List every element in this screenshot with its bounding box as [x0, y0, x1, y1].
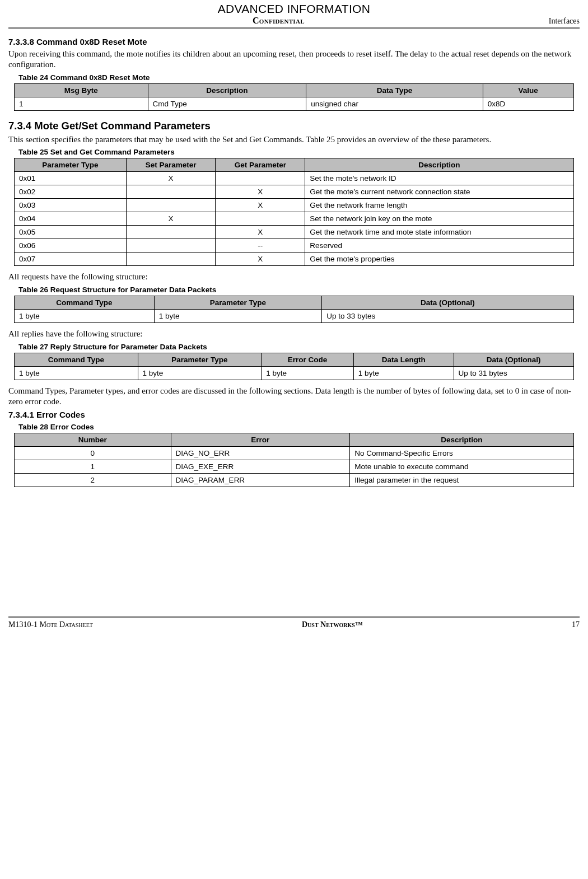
th: Msg Byte — [15, 83, 148, 97]
td: X — [126, 172, 216, 185]
footer-left: M1310-1 Mote Datasheet — [8, 620, 93, 629]
th: Set Parameter — [126, 158, 216, 172]
body-7338: Upon receiving this command, the mote no… — [8, 49, 580, 70]
td: X — [216, 253, 305, 266]
td: Get the mote's properties — [305, 253, 573, 266]
header-top: ADVANCED INFORMATION — [8, 2, 580, 16]
table27: Command Type Parameter Type Error Code D… — [14, 353, 574, 380]
pre-table26: All requests have the following structur… — [8, 272, 580, 282]
footer-rule — [8, 616, 580, 616]
th: Value — [483, 83, 573, 97]
th: Parameter Type — [138, 353, 262, 366]
td: X — [216, 199, 305, 212]
table25-caption: Table 25 Set and Get Command Parameters — [18, 148, 580, 156]
table-row: 0x02XGet the mote's current network conn… — [15, 185, 574, 199]
table-header-row: Number Error Description — [15, 433, 574, 447]
td: Illegal parameter in the request — [350, 474, 573, 487]
td — [126, 253, 216, 266]
table-row: 1 byte 1 byte 1 byte 1 byte Up to 31 byt… — [15, 366, 574, 380]
table-row: 0x05XGet the network time and mote state… — [15, 226, 574, 239]
td: 2 — [15, 474, 171, 487]
table-row: 0DIAG_NO_ERRNo Command-Specific Errors — [15, 447, 574, 460]
td: 0x03 — [15, 199, 127, 212]
th: Data Length — [353, 353, 454, 366]
td — [126, 239, 216, 253]
td — [216, 212, 305, 226]
th: Parameter Type — [154, 296, 322, 310]
th: Description — [148, 83, 306, 97]
table-header-row: Command Type Parameter Type Error Code D… — [15, 353, 574, 366]
heading-734: 7.3.4 Mote Get/Set Command Parameters — [8, 120, 580, 132]
td: Get the network frame length — [305, 199, 573, 212]
table-row: 1 byte 1 byte Up to 33 bytes — [15, 310, 574, 323]
td — [126, 226, 216, 239]
td: 1 byte — [262, 366, 354, 380]
td: 0 — [15, 447, 171, 460]
td: Get the mote's current network connectio… — [305, 185, 573, 199]
heading-7338: 7.3.3.8 Command 0x8D Reset Mote — [8, 37, 580, 46]
table-row: 0x07XGet the mote's properties — [15, 253, 574, 266]
td: Set the network join key on the mote — [305, 212, 573, 226]
th: Data (Optional) — [454, 353, 573, 366]
th: Description — [305, 158, 573, 172]
table-row: 0x01XSet the mote's network ID — [15, 172, 574, 185]
body-734: This section specifies the parameters th… — [8, 134, 580, 145]
th: Command Type — [15, 353, 138, 366]
td: 0x8D — [483, 97, 573, 110]
th: Parameter Type — [15, 158, 127, 172]
pre-table27: All replies have the following structure… — [8, 329, 580, 339]
td: 0x07 — [15, 253, 127, 266]
td — [126, 199, 216, 212]
table-row: 0x04XSet the network join key on the mot… — [15, 212, 574, 226]
td: Up to 31 bytes — [454, 366, 573, 380]
table26-caption: Table 26 Request Structure for Parameter… — [18, 286, 580, 294]
table26: Command Type Parameter Type Data (Option… — [14, 296, 574, 323]
th: Data (Optional) — [322, 296, 573, 310]
heading-7341: 7.3.4.1 Error Codes — [8, 410, 580, 419]
th: Error Code — [262, 353, 354, 366]
td: Reserved — [305, 239, 573, 253]
td: 1 — [15, 460, 171, 474]
td: X — [216, 185, 305, 199]
td: Up to 33 bytes — [322, 310, 573, 323]
header-section: Interfaces — [549, 17, 580, 26]
footer-center: Dust Networks™ — [302, 620, 363, 629]
td: 1 byte — [15, 366, 138, 380]
table24-caption: Table 24 Command 0x8D Reset Mote — [18, 73, 580, 82]
table-header-row: Msg Byte Description Data Type Value — [15, 83, 574, 97]
th: Data Type — [306, 83, 483, 97]
table-header-row: Parameter Type Set Parameter Get Paramet… — [15, 158, 574, 172]
td: 0x04 — [15, 212, 127, 226]
td: 1 byte — [154, 310, 322, 323]
th: Get Parameter — [216, 158, 305, 172]
table27-caption: Table 27 Reply Structure for Parameter D… — [18, 343, 580, 351]
table24: Msg Byte Description Data Type Value 1 C… — [14, 83, 574, 111]
td: 1 byte — [353, 366, 454, 380]
td — [126, 185, 216, 199]
header-rule — [8, 29, 580, 29]
td: 0x01 — [15, 172, 127, 185]
post-table27: Command Types, Parameter types, and erro… — [8, 386, 580, 407]
table28: Number Error Description 0DIAG_NO_ERRNo … — [14, 433, 574, 487]
td: X — [216, 226, 305, 239]
td: 1 byte — [138, 366, 262, 380]
td: 1 — [15, 97, 148, 110]
table-row: 0x06--Reserved — [15, 239, 574, 253]
td — [216, 172, 305, 185]
footer-page-number: 17 — [572, 620, 580, 629]
td: X — [126, 212, 216, 226]
td: unsigned char — [306, 97, 483, 110]
table25: Parameter Type Set Parameter Get Paramet… — [14, 158, 574, 266]
table-row: 1DIAG_EXE_ERRMote unable to execute comm… — [15, 460, 574, 474]
th: Error — [171, 433, 350, 447]
th: Description — [350, 433, 573, 447]
td: DIAG_EXE_ERR — [171, 460, 350, 474]
td: Cmd Type — [148, 97, 306, 110]
td: Get the network time and mote state info… — [305, 226, 573, 239]
th: Number — [15, 433, 171, 447]
td: 1 byte — [15, 310, 155, 323]
table-header-row: Command Type Parameter Type Data (Option… — [15, 296, 574, 310]
td: 0x05 — [15, 226, 127, 239]
td: 0x02 — [15, 185, 127, 199]
header-confidential: Confidential — [253, 16, 305, 26]
